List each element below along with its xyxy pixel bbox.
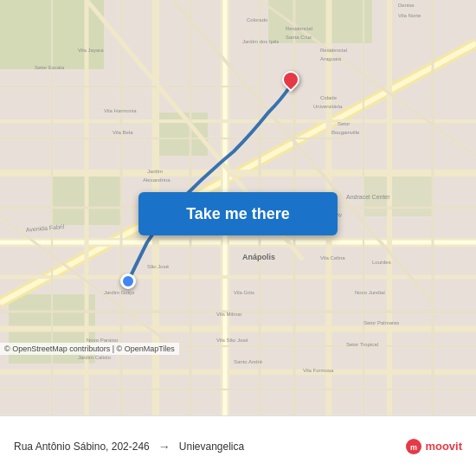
svg-text:Denise: Denise: [398, 3, 415, 8]
moovit-logo-text: moovit: [425, 440, 462, 453]
svg-text:São José: São José: [147, 264, 170, 269]
svg-text:Vila Formosa: Vila Formosa: [303, 368, 334, 373]
svg-text:Bougainville: Bougainville: [331, 130, 360, 135]
svg-text:Residencial: Residencial: [286, 26, 312, 31]
svg-text:Cidade: Cidade: [320, 95, 338, 100]
svg-text:Vila Milmar: Vila Milmar: [216, 312, 242, 317]
svg-text:Vila Jayara: Vila Jayara: [78, 48, 104, 53]
svg-text:Araguaia: Araguaia: [320, 56, 342, 61]
svg-text:Vila Góis: Vila Góis: [234, 290, 254, 295]
svg-text:Santo André: Santo André: [234, 359, 263, 364]
svg-text:Andracel Center: Andracel Center: [346, 194, 390, 200]
destination-marker: [282, 71, 299, 88]
svg-text:Novo Jundiaí: Novo Jundiaí: [355, 290, 385, 295]
bottom-bar: Rua Antônio Sábino, 202-246 → Unievangel…: [0, 415, 476, 476]
svg-text:Anápolis: Anápolis: [242, 253, 275, 261]
svg-rect-2: [268, 0, 372, 43]
svg-text:Vila Celina: Vila Celina: [320, 255, 345, 261]
svg-text:Setor: Setor: [338, 121, 350, 126]
map-container: Avenida Fabril Anápolis Anápolis Andrace…: [0, 0, 476, 415]
take-me-there-button[interactable]: Take me there: [138, 192, 338, 235]
svg-text:Jardim Guiço: Jardim Guiço: [104, 290, 135, 295]
svg-text:Santa Cruz: Santa Cruz: [286, 35, 312, 40]
svg-text:Setor Escala: Setor Escala: [35, 65, 65, 70]
moovit-logo: m moovit: [406, 439, 462, 454]
svg-text:Vila São José: Vila São José: [216, 338, 248, 343]
svg-text:Jardim dos Ipês: Jardim dos Ipês: [242, 39, 279, 44]
svg-text:m: m: [410, 443, 417, 452]
svg-text:Lourdes: Lourdes: [372, 260, 391, 265]
svg-text:Vila Bela: Vila Bela: [113, 130, 133, 135]
svg-text:Alexandrina: Alexandrina: [143, 177, 170, 183]
svg-text:Colorado: Colorado: [247, 17, 268, 23]
svg-text:Vila Harmonia: Vila Harmonia: [104, 108, 137, 113]
svg-text:Universitária: Universitária: [313, 104, 343, 109]
origin-text: Rua Antônio Sábino, 202-246: [14, 441, 150, 453]
route-info: Rua Antônio Sábino, 202-246 → Unievangel…: [14, 440, 406, 453]
svg-text:Residencial: Residencial: [320, 48, 347, 53]
moovit-logo-icon: m: [406, 439, 421, 454]
take-me-there-label: Take me there: [186, 205, 290, 223]
map-attribution: © OpenStreetMap contributors | © OpenMap…: [0, 343, 179, 355]
svg-text:Setor Palmares: Setor Palmares: [363, 320, 399, 325]
destination-text: Unievangelica: [179, 441, 244, 453]
svg-text:Vila Norte: Vila Norte: [398, 13, 421, 18]
svg-text:Jardim Calixto: Jardim Calixto: [78, 355, 112, 360]
svg-text:Jardim: Jardim: [147, 169, 163, 174]
svg-text:Setor Tropical: Setor Tropical: [346, 342, 378, 347]
arrow-icon: →: [158, 440, 170, 453]
origin-marker: [120, 273, 136, 289]
